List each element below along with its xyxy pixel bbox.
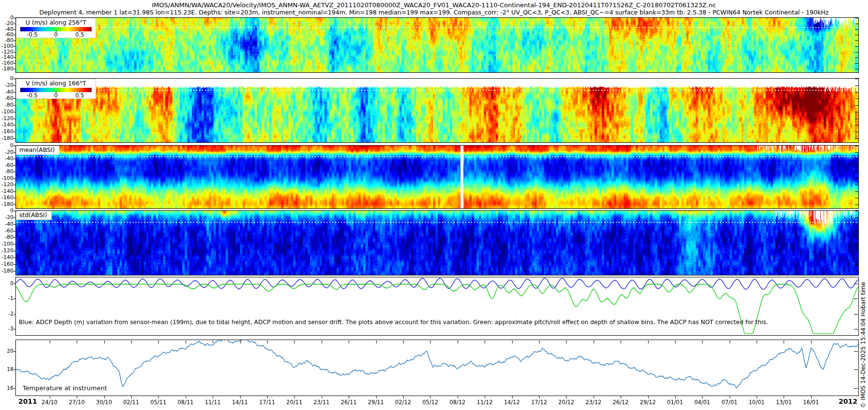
depth-tick-label: -40: [0, 155, 14, 162]
depth-tick-mark-right: [855, 57, 858, 58]
depth-tick-mark-right: [855, 191, 858, 192]
imos-watermark: © IMOS 14-Dec-2025 15:44:04 Hobart time: [860, 282, 867, 408]
depth-tick-mark-right: [855, 237, 858, 238]
date-tick-mark-top: [648, 341, 649, 343]
temp-tick-mark: [14, 369, 16, 370]
depth-tick-label: -80: [0, 168, 14, 175]
date-tick-mark-bottom: [566, 396, 567, 398]
depth-tick-mark-right: [855, 138, 858, 139]
depth-tick-label: -80: [0, 102, 14, 109]
depth-tick-mark-right: [855, 85, 858, 86]
temp-tick-mark-right: [854, 351, 858, 352]
date-tick-mark-bottom: [77, 396, 77, 398]
depth-tick-mark-right: [855, 218, 858, 218]
u-colorbar: [20, 27, 92, 31]
date-tick-mark-top: [566, 341, 567, 343]
date-tick-mark-top: [757, 341, 757, 343]
date-tick-mark-top: [811, 341, 812, 343]
date-tick-mark-top: [349, 341, 349, 343]
depth-tick-mark-right: [855, 198, 858, 198]
date-tick-mark-top: [186, 341, 186, 343]
depth-tick-mark-right: [855, 185, 858, 185]
depth-tick-label: -80: [0, 234, 14, 241]
depth-variation-annotation: Blue: ADCP Depth (m) variation from sens…: [19, 319, 768, 326]
date-tick-label: 14/11: [230, 399, 251, 406]
date-tick-label: 20/11: [284, 399, 305, 406]
depthvar-tick-mark-right: [854, 329, 858, 329]
date-tick-label: 29/11: [366, 399, 387, 406]
depth-tick-mark: [14, 57, 16, 58]
depth-tick-mark-right: [855, 132, 858, 132]
depth-tick-mark-right: [855, 92, 858, 93]
depth-tick-label: -40: [0, 89, 14, 96]
depth-tick-label: -140: [0, 122, 14, 128]
date-tick-mark-bottom: [621, 396, 621, 398]
std-absi-heatmap-canvas: [16, 211, 858, 275]
u-colorbar-tick-label: 0.5: [75, 31, 84, 38]
depth-tick-label: -180: [0, 135, 14, 142]
depth-tick-mark: [14, 165, 16, 166]
date-tick-label: 11/11: [202, 399, 223, 406]
depthvar-tick-mark: [14, 284, 16, 284]
depth-tick-mark: [14, 237, 16, 238]
temp-tick-mark-right: [854, 388, 858, 389]
depth-tick-mark-right: [855, 165, 858, 166]
depth-tick-label: -100: [0, 109, 14, 115]
year-label-end: 2012: [828, 397, 857, 405]
date-tick-label: 23/11: [311, 399, 332, 406]
date-tick-label: 26/12: [610, 399, 631, 406]
figure-root: IMOS/ANMN/WA/WACA20/Velocity/IMOS_ANMN-W…: [0, 0, 868, 410]
date-tick-mark-bottom: [403, 396, 404, 398]
date-tick-mark-top: [485, 341, 485, 343]
date-tick-label: 07/01: [719, 399, 740, 406]
depth-tick-label: -20: [0, 149, 14, 156]
date-tick-mark-top: [621, 341, 621, 343]
depth-tick-mark-right: [855, 46, 858, 47]
v-colorbar: [20, 88, 92, 92]
depth-tick-mark-right: [855, 172, 858, 172]
date-tick-label: 04/01: [692, 399, 713, 406]
depthvar-tick-mark: [14, 314, 16, 314]
panel-mean-absi-heatmap: mean(ABSI): [15, 145, 859, 209]
depth-tick-label: 0: [0, 207, 14, 214]
depth-tick-mark: [14, 119, 16, 119]
depth-tick-mark-right: [855, 105, 858, 106]
depth-tick-label: -100: [0, 175, 14, 182]
depthvar-tick-mark: [14, 299, 16, 299]
depth-tick-mark-right: [855, 258, 858, 258]
date-tick-mark-bottom: [485, 396, 485, 398]
depth-tick-mark-right: [855, 244, 858, 245]
date-tick-mark-bottom: [458, 396, 458, 398]
date-tick-label: 27/10: [66, 399, 87, 406]
depth-tick-label: -140: [0, 254, 14, 261]
date-tick-mark-top: [322, 341, 322, 343]
depth-tick-mark-right: [855, 251, 858, 251]
panel-u-velocity-heatmap: U (m/s) along 256°T -0.5 0 0.5: [15, 17, 859, 73]
date-tick-mark-bottom: [213, 396, 213, 398]
date-tick-label: 02/12: [393, 399, 414, 406]
date-tick-mark-top: [131, 341, 132, 343]
temp-tick-mark: [14, 351, 16, 352]
v-legend-title: V (m/s) along 166°T: [16, 79, 95, 87]
date-tick-mark-top: [240, 341, 241, 343]
depth-tick-label: -120: [0, 181, 14, 188]
depth-tick-mark-right: [855, 119, 858, 119]
depth-tick-mark-right: [855, 63, 858, 64]
panel-depth-variation-lineplot: Blue: ADCP Depth (m) variation from sens…: [15, 277, 859, 336]
depth-tick-label: -100: [0, 241, 14, 247]
date-tick-mark-bottom: [811, 396, 812, 398]
depth-tick-mark: [14, 69, 16, 69]
date-tick-label: 30/10: [94, 399, 115, 406]
depth-tick-mark: [14, 46, 16, 47]
depthvar-tick-mark-right: [854, 284, 858, 284]
depth-tick-mark: [14, 231, 16, 232]
depth-tick-mark-right: [855, 178, 858, 179]
date-tick-mark-bottom: [267, 396, 268, 398]
date-tick-mark-top: [294, 341, 295, 343]
date-tick-label: 05/11: [148, 399, 169, 406]
depth-tick-mark: [14, 198, 16, 198]
temp-tick-mark-right: [854, 369, 858, 370]
depth-tick-mark: [14, 138, 16, 139]
v-colorbar-ticks: -0.5 0 0.5: [20, 92, 92, 99]
depth-tick-mark-right: [855, 79, 858, 79]
